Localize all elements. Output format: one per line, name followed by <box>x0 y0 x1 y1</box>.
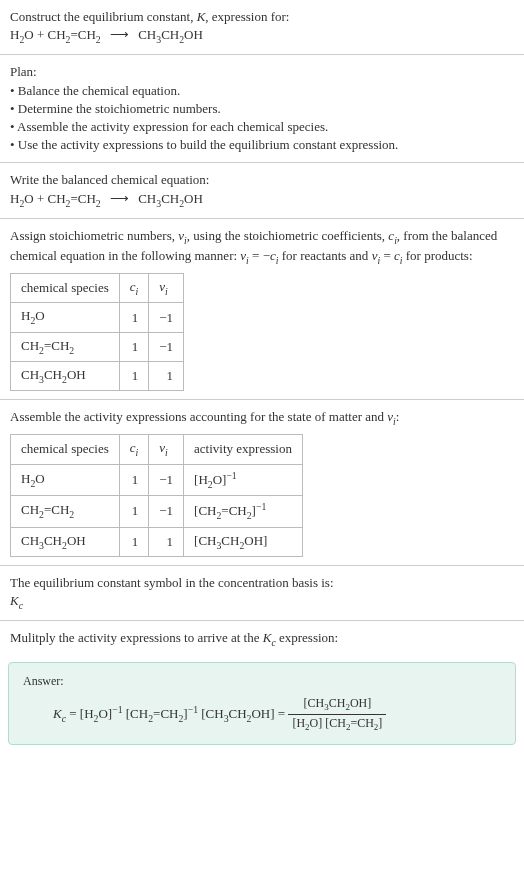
species-cell: CH3CH2OH <box>11 527 120 556</box>
answer-fraction: [CH3CH2OH][H2O] [CH2=CH2] <box>288 695 386 734</box>
species-cell: CH3CH2OH <box>11 361 120 390</box>
species-cell: H2O <box>11 303 120 332</box>
activity-header-vi: νi <box>149 435 184 464</box>
intro-line1b: , expression for: <box>205 9 289 24</box>
activity-cell: [H2O]−1 <box>184 464 303 496</box>
table-row: CH3CH2OH 1 1 [CH3CH2OH] <box>11 527 303 556</box>
vi-cell: −1 <box>149 303 184 332</box>
fraction-denominator: [H2O] [CH2=CH2] <box>288 715 386 734</box>
activity-table: chemical species ci νi activity expressi… <box>10 434 303 557</box>
stoich-header-vi: νi <box>149 274 184 303</box>
symbol-kc: Kc <box>10 592 514 612</box>
intro-equation: H2O + CH2=CH2 ⟶ CH3CH2OH <box>10 26 514 46</box>
activity-header-species: chemical species <box>11 435 120 464</box>
plan-section: Plan: • Balance the chemical equation. •… <box>0 55 524 163</box>
activity-intro: Assemble the activity expressions accoun… <box>10 408 514 428</box>
plan-item: • Assemble the activity expression for e… <box>10 118 514 136</box>
answer-lhs: Kc = [H2O]−1 [CH2=CH2]−1 [CH3CH2OH] = <box>53 706 288 721</box>
ci-cell: 1 <box>119 496 149 528</box>
vi-cell: −1 <box>149 464 184 496</box>
activity-section: Assemble the activity expressions accoun… <box>0 400 524 566</box>
species-cell: CH2=CH2 <box>11 332 120 361</box>
ci-cell: 1 <box>119 303 149 332</box>
vi-cell: 1 <box>149 361 184 390</box>
intro-text: Construct the equilibrium constant, K, e… <box>10 8 514 26</box>
table-row: H2O 1 −1 <box>11 303 184 332</box>
activity-cell: [CH3CH2OH] <box>184 527 303 556</box>
balanced-title: Write the balanced chemical equation: <box>10 171 514 189</box>
answer-box: Answer: Kc = [H2O]−1 [CH2=CH2]−1 [CH3CH2… <box>8 662 516 746</box>
table-row: CH3CH2OH 1 1 <box>11 361 184 390</box>
stoich-section: Assign stoichiometric numbers, νi, using… <box>0 219 524 400</box>
stoich-table: chemical species ci νi H2O 1 −1 CH2=CH2 … <box>10 273 184 391</box>
table-header-row: chemical species ci νi activity expressi… <box>11 435 303 464</box>
answer-equation: Kc = [H2O]−1 [CH2=CH2]−1 [CH3CH2OH] = [C… <box>23 695 501 734</box>
ci-cell: 1 <box>119 332 149 361</box>
intro-line1: Construct the equilibrium constant, <box>10 9 197 24</box>
activity-header-ci: ci <box>119 435 149 464</box>
fraction-numerator: [CH3CH2OH] <box>288 695 386 715</box>
vi-cell: 1 <box>149 527 184 556</box>
plan-title: Plan: <box>10 63 514 81</box>
stoich-intro: Assign stoichiometric numbers, νi, using… <box>10 227 514 267</box>
table-row: CH2=CH2 1 −1 [CH2=CH2]−1 <box>11 496 303 528</box>
vi-cell: −1 <box>149 332 184 361</box>
table-row: H2O 1 −1 [H2O]−1 <box>11 464 303 496</box>
table-row: CH2=CH2 1 −1 <box>11 332 184 361</box>
stoich-header-ci: ci <box>119 274 149 303</box>
multiply-text: Mulitply the activity expressions to arr… <box>10 629 514 649</box>
activity-header-expr: activity expression <box>184 435 303 464</box>
symbol-text: The equilibrium constant symbol in the c… <box>10 574 514 592</box>
species-cell: CH2=CH2 <box>11 496 120 528</box>
ci-cell: 1 <box>119 361 149 390</box>
symbol-section: The equilibrium constant symbol in the c… <box>0 566 524 621</box>
plan-item: • Balance the chemical equation. <box>10 82 514 100</box>
stoich-header-species: chemical species <box>11 274 120 303</box>
multiply-section: Mulitply the activity expressions to arr… <box>0 621 524 657</box>
species-cell: H2O <box>11 464 120 496</box>
answer-label: Answer: <box>23 673 501 690</box>
table-header-row: chemical species ci νi <box>11 274 184 303</box>
balanced-equation: H2O + CH2=CH2 ⟶ CH3CH2OH <box>10 190 514 210</box>
plan-item: • Determine the stoichiometric numbers. <box>10 100 514 118</box>
plan-item: • Use the activity expressions to build … <box>10 136 514 154</box>
intro-section: Construct the equilibrium constant, K, e… <box>0 0 524 55</box>
ci-cell: 1 <box>119 527 149 556</box>
vi-cell: −1 <box>149 496 184 528</box>
activity-cell: [CH2=CH2]−1 <box>184 496 303 528</box>
ci-cell: 1 <box>119 464 149 496</box>
balanced-section: Write the balanced chemical equation: H2… <box>0 163 524 218</box>
